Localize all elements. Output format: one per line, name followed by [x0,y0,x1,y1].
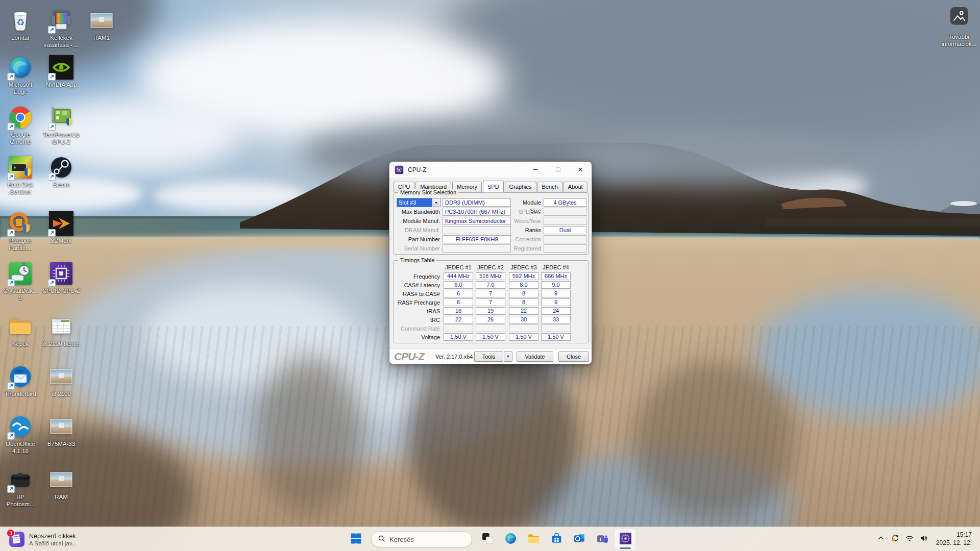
desktop-icon[interactable]: i3 2100 bench [41,314,81,347]
timings-cell: 9 [541,290,571,297]
hiddens-chevron-icon-tray-button[interactable] [874,529,888,549]
desktop-icon[interactable]: ♻Lomtár [1,8,40,41]
desktop: ♻LomtárKellékek vásárlása - ...RAM1Micro… [0,0,980,551]
cpuz-titlebar[interactable]: CPU-Z ✕ [389,162,592,178]
desktop-icon[interactable]: Paragon Partitio... [1,211,40,252]
desktop-icon[interactable]: Kellékek vásárlása - ... [41,8,81,49]
timings-cell: 9.0 [541,281,571,289]
timings-row-label: tRAS [394,307,440,315]
desktop-icon[interactable]: Microsoft Edge [1,55,40,96]
desktop-icon-label: TechPowerUp GPU-Z [41,131,81,146]
desktop-icon[interactable]: Képek [1,314,40,347]
field-value: FLFF65F-F8KH9 [443,235,511,243]
desktop-icon[interactable]: Steam [41,155,81,188]
cpuz-footer: CPU-Z Ver. 2.17.0.x64 Tools ▼ Validate C… [389,348,592,364]
clock[interactable]: 15:17 2025. 12. 12. [933,531,976,547]
cpuz-chip-icon [619,532,632,547]
desktop-icon[interactable]: 3DMark [41,211,81,244]
taskbar: 3 Népszerű cikkek A Szőlő utcai jav... K… [0,527,980,551]
chevron-down-icon[interactable]: ▼ [432,198,440,207]
search-input[interactable]: Keresés [371,531,472,547]
edge-icon [504,532,517,547]
close-button[interactable]: ✕ [569,162,592,178]
spotlight-learn-more[interactable]: További információk... [938,6,980,48]
tools-dropdown-button[interactable]: ▼ [504,352,512,362]
tab-bench[interactable]: Bench [537,182,562,192]
minimize-button[interactable] [524,162,547,178]
tab-graphics[interactable]: Graphics [505,182,536,192]
widgets-headline: Népszerű cikkek [29,533,77,540]
system-tray: 15:17 2025. 12. 12. [874,527,976,551]
timings-cell: 26 [476,316,505,323]
desktop-icon[interactable]: Google Chrome [1,105,40,146]
desktop-icon-label: CrystalDisk... 9 [1,287,40,302]
shortcut-arrow-icon [7,432,15,440]
taskbar-file-explorer-button[interactable] [523,529,544,550]
timings-cell: 666 MHz [541,272,571,280]
volume-tray-button[interactable] [917,529,931,549]
close-window-button[interactable]: Close [558,352,589,362]
desktop-icon[interactable]: NVIDIA App [41,55,81,88]
taskbar-store-button[interactable] [546,529,567,550]
desktop-icon[interactable]: OpenOffice 4.1.16 [1,414,40,455]
desktop-icon[interactable]: Hard Disk Sentinel [1,155,40,196]
desktop-icon[interactable]: B75MA-33 [41,414,81,447]
taskbar-cpu-z-button[interactable] [615,529,636,550]
memory-slot-selection-group: Memory Slot Selection Slot #3 ▼ DDR3 (UD… [394,192,589,255]
taskbar-start-button[interactable] [345,529,366,550]
shortcut-arrow-icon [7,382,15,390]
timings-cell: 8 [509,290,538,297]
field-value [443,244,511,253]
recycle-bin-icon: ♻ [8,8,33,33]
wifi-tray-button[interactable] [902,529,917,549]
desktop-icon-label: Kellékek vásárlása - ... [41,34,81,49]
desktop-icon[interactable]: RAM1 [82,8,121,41]
tab-about[interactable]: About [564,182,587,192]
widgets-button[interactable]: 3 Népszerű cikkek A Szőlő utcai jav... [5,527,81,551]
validate-button[interactable]: Validate [517,352,553,362]
desktop-icon[interactable]: CrystalDisk... 9 [1,261,40,302]
clock-time: 15:17 [936,531,972,539]
cpuz-window: CPU-Z ✕ CPUMainboardMemorySPDGraphicsBen… [389,161,592,364]
widgets-subheadline: A Szőlő utcai jav... [29,540,77,546]
folder-icon [8,314,33,339]
taskbar-outlook-button[interactable] [569,529,590,550]
field-value [544,244,586,253]
outlook-icon [573,532,586,547]
desktop-icon-label: Képek [1,340,40,347]
shortcut-arrow-icon [7,73,15,81]
desktop-icon-label: Steam [41,181,81,188]
taskbar-teams-button[interactable]: T [592,529,613,550]
tools-button[interactable]: Tools [474,352,503,362]
spreadsheet-icon [49,314,74,339]
desktop-icon[interactable]: i3 2100 [41,364,81,397]
timings-cell: 19 [476,307,505,315]
timings-cell: 30 [509,316,538,323]
search-icon [378,535,385,544]
shortcut-arrow-icon [48,173,56,181]
taskbar-task-view-button[interactable] [477,529,498,550]
desktop-icon[interactable]: HP Photosm... [1,467,40,508]
field-label: Max Bandwidth [394,208,440,216]
sync-tray-button[interactable] [888,529,902,549]
group-title: Memory Slot Selection [398,189,458,195]
desktop-icon[interactable]: Thunderbird [1,364,40,397]
shortcut-arrow-icon [7,485,15,493]
desktop-icon[interactable]: CPUID CPU-Z [41,261,81,294]
teams-icon: T [596,532,609,547]
wifi-icon [905,534,914,544]
timings-cell [541,324,571,332]
photo-icon [49,467,74,492]
taskbar-edge-button[interactable] [500,529,521,550]
memory-slot-dropdown[interactable]: Slot #3 ▼ [397,198,440,207]
desktop-icon-label: Lomtár [1,34,40,41]
microsoft-store-icon [550,532,563,547]
desktop-icon[interactable]: TechPowerUp GPU-Z [41,105,81,146]
cpuz-app-icon [395,165,404,174]
desktop-icon[interactable]: RAM [41,467,81,500]
running-indicator [620,547,631,549]
tab-spd[interactable]: SPD [483,181,504,192]
desktop-icon-label: CPUID CPU-Z [41,287,81,294]
desktop-icon-label: NVIDIA App [41,81,81,88]
maximize-button [547,162,569,178]
